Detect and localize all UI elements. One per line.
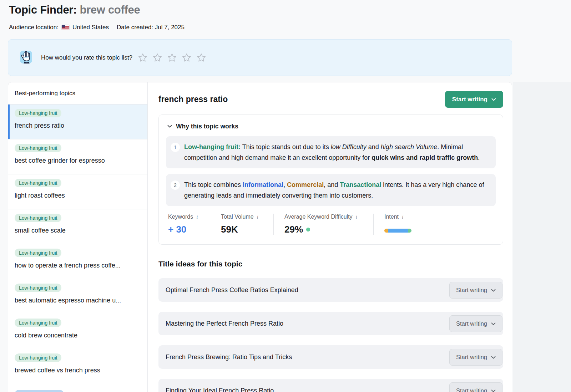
sidebar-item-partial[interactable]	[8, 384, 147, 392]
low-hanging-fruit-badge: Low-hanging fruit	[15, 144, 61, 152]
main-content-card: Best-performing topics Low-hanging fruit…	[8, 82, 512, 392]
difficulty-value: 29%	[284, 224, 303, 235]
topic-detail-header: french press ratio Start writing	[158, 91, 503, 108]
page-title-query: brew coffee	[80, 4, 140, 16]
sidebar-item-best-automatic-espresso-machine[interactable]: Low-hanging fruit best automatic espress…	[8, 279, 147, 314]
topic-badge-partial	[15, 390, 64, 392]
chevron-down-icon	[491, 354, 496, 361]
topic-title: small coffee scale	[15, 227, 141, 234]
why-topic-works-toggle[interactable]: Why this topic works	[166, 122, 496, 136]
title-idea-text: Mastering the Perfect French Press Ratio	[166, 320, 283, 327]
audience-location-label: Audience location:	[9, 24, 59, 31]
start-writing-button[interactable]: Start writing	[449, 282, 502, 299]
chevron-down-icon	[491, 320, 496, 327]
sidebar-item-french-press-ratio[interactable]: Low-hanging fruit french press ratio	[8, 105, 147, 139]
title-idea-card-4: Finding Your Ideal French Press Ratio St…	[158, 379, 503, 392]
title-idea-text: French Press Brewing: Ratio Tips and Tri…	[166, 353, 292, 361]
metric-total-volume: Total Volume 59K	[221, 214, 274, 235]
topic-title: light roast coffees	[15, 192, 141, 199]
low-hanging-fruit-badge: Low-hanging fruit	[15, 214, 61, 222]
date-created: Date created: Jul 7, 2025	[117, 24, 185, 31]
low-hanging-fruit-badge: Low-hanging fruit	[15, 319, 61, 327]
topic-title: best coffee grinder for espresso	[15, 157, 141, 164]
low-hanging-fruit-badge: Low-hanging fruit	[15, 284, 61, 292]
rating-banner: How would you rate this topic list?	[8, 39, 512, 76]
star-icon[interactable]	[196, 53, 206, 63]
intent-segment-commercial-orange	[384, 229, 388, 233]
us-flag-icon	[62, 25, 69, 30]
sidebar-item-how-to-operate-french-press[interactable]: Low-hanging fruit how to operate a frenc…	[8, 244, 147, 279]
difficulty-level-dot	[306, 228, 310, 231]
topic-detail-panel: french press ratio Start writing Why thi…	[148, 82, 512, 392]
metric-keyword-difficulty: Average Keyword Difficulty 29%	[284, 214, 374, 235]
chevron-down-icon	[491, 96, 496, 103]
title-idea-card-2: Mastering the Perfect French Press Ratio…	[158, 312, 503, 335]
low-hanging-fruit-badge: Low-hanging fruit	[15, 109, 61, 117]
topic-metrics-row: Keywords + 30 Total Volume 59K Average K…	[166, 214, 496, 235]
why-topic-works-card: Why this topic works 1 Low-hanging fruit…	[158, 114, 503, 245]
rating-question: How would you rate this topic list?	[41, 54, 132, 61]
info-icon[interactable]	[356, 214, 357, 220]
why-topic-works-title: Why this topic works	[176, 123, 238, 130]
star-icon[interactable]	[167, 53, 177, 63]
audience-location-value: United States	[72, 24, 109, 31]
sidebar-item-best-coffee-grinder[interactable]: Low-hanging fruit best coffee grinder fo…	[8, 139, 147, 174]
intent-segment-transactional-green	[408, 229, 411, 233]
topic-title: brewed coffee vs french press	[15, 367, 141, 374]
info-icon[interactable]	[257, 214, 258, 220]
why-point-1-text: Low-hanging fruit: This topic stands out…	[184, 142, 489, 163]
start-writing-button[interactable]: Start writing	[449, 349, 502, 366]
start-writing-button[interactable]: Start writing	[449, 382, 502, 392]
total-volume-label: Total Volume	[221, 214, 254, 220]
difficulty-value-row: 29%	[284, 224, 363, 235]
total-volume-value: 59K	[221, 224, 263, 235]
topic-title: french press ratio	[15, 122, 141, 129]
info-icon[interactable]	[196, 214, 198, 220]
metric-intent: Intent	[384, 214, 422, 235]
intent-segment-informational-blue	[388, 229, 408, 233]
waving-hand-icon	[19, 49, 33, 67]
star-icon[interactable]	[138, 53, 148, 63]
topic-title: cold brew concentrate	[15, 332, 141, 339]
topic-detail-title: french press ratio	[158, 95, 228, 104]
title-idea-text: Optimal French Press Coffee Ratios Expla…	[166, 286, 298, 294]
why-point-2-text: This topic combines Informational, Comme…	[184, 179, 489, 201]
sidebar-item-light-roast-coffees[interactable]: Low-hanging fruit light roast coffees	[8, 174, 147, 209]
topic-title: how to operate a french press coffe...	[15, 262, 141, 269]
best-performing-topics-sidebar: Best-performing topics Low-hanging fruit…	[8, 82, 148, 392]
page-header: Topic Finder: brew coffee	[9, 4, 140, 16]
chevron-down-icon	[491, 287, 496, 294]
keywords-label: Keywords	[168, 214, 193, 220]
rating-stars	[138, 53, 206, 63]
difficulty-label: Average Keyword Difficulty	[284, 214, 353, 220]
info-icon[interactable]	[402, 214, 403, 220]
start-writing-button[interactable]: Start writing	[449, 315, 502, 332]
metric-keywords: Keywords + 30	[168, 214, 210, 235]
why-point-2: 2 This topic combines Informational, Com…	[166, 174, 496, 206]
point-number: 1	[171, 143, 180, 152]
start-writing-button[interactable]: Start writing	[445, 91, 503, 108]
low-hanging-fruit-badge: Low-hanging fruit	[15, 179, 61, 187]
chevron-down-icon	[491, 387, 496, 392]
sidebar-header: Best-performing topics	[8, 82, 147, 105]
page-title-prefix: Topic Finder:	[9, 4, 80, 16]
meta-row: Audience location: United States Date cr…	[9, 24, 185, 31]
keywords-value: + 30	[168, 224, 199, 235]
low-hanging-fruit-badge: Low-hanging fruit	[15, 249, 61, 257]
page-background-gutter	[513, 82, 571, 392]
sidebar-item-cold-brew-concentrate[interactable]: Low-hanging fruit cold brew concentrate	[8, 314, 147, 349]
point-number: 2	[171, 180, 180, 190]
sidebar-item-small-coffee-scale[interactable]: Low-hanging fruit small coffee scale	[8, 209, 147, 244]
why-point-1: 1 Low-hanging fruit: This topic stands o…	[166, 136, 496, 168]
intent-distribution-bar	[384, 229, 411, 233]
chevron-down-icon	[167, 125, 172, 128]
sidebar-item-brewed-coffee-vs-french-press[interactable]: Low-hanging fruit brewed coffee vs frenc…	[8, 349, 147, 384]
low-hanging-fruit-badge: Low-hanging fruit	[15, 353, 61, 362]
title-idea-text: Finding Your Ideal French Press Ratio	[166, 387, 274, 392]
page-title: Topic Finder: brew coffee	[9, 4, 140, 16]
star-icon[interactable]	[152, 53, 162, 63]
title-ideas-heading: Title ideas for this topic	[158, 260, 503, 268]
intent-label: Intent	[384, 214, 399, 220]
star-icon[interactable]	[182, 53, 192, 63]
topic-title: best automatic espresso machine u...	[15, 297, 141, 304]
